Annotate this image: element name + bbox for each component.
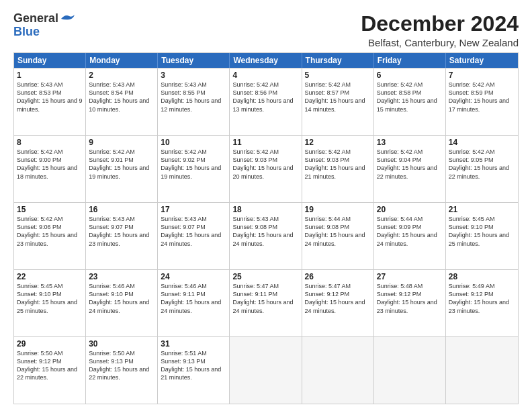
day-29: 29 Sunrise: 5:50 AMSunset: 9:12 PMDaylig… (14, 337, 86, 404)
logo-line2: Blue (13, 26, 75, 39)
day-empty-1 (230, 337, 302, 404)
main-title: December 2024 (361, 12, 519, 36)
title-section: December 2024 Belfast, Canterbury, New Z… (361, 12, 519, 48)
day-17: 17 Sunrise: 5:43 AMSunset: 9:07 PMDaylig… (158, 203, 230, 269)
page: General Blue December 2024 Belfast, Cant… (0, 0, 532, 411)
day-20: 20 Sunrise: 5:44 AMSunset: 9:09 PMDaylig… (374, 203, 446, 269)
day-2: 2 Sunrise: 5:43 AMSunset: 8:54 PMDayligh… (86, 68, 158, 135)
day-27: 27 Sunrise: 5:48 AMSunset: 9:12 PMDaylig… (374, 270, 446, 336)
logo-line1: General (13, 12, 75, 26)
logo-bird-icon (60, 13, 75, 24)
day-empty-3 (374, 337, 446, 404)
day-21: 21 Sunrise: 5:45 AMSunset: 9:10 PMDaylig… (446, 203, 518, 269)
day-23: 23 Sunrise: 5:46 AMSunset: 9:10 PMDaylig… (86, 270, 158, 336)
col-sunday: Sunday (14, 53, 86, 68)
day-26: 26 Sunrise: 5:47 AMSunset: 9:12 PMDaylig… (302, 270, 374, 336)
day-10: 10 Sunrise: 5:42 AMSunset: 9:02 PMDaylig… (158, 136, 230, 202)
week-2: 8 Sunrise: 5:42 AMSunset: 9:00 PMDayligh… (14, 135, 518, 202)
header: General Blue December 2024 Belfast, Cant… (13, 12, 519, 48)
day-6: 6 Sunrise: 5:42 AMSunset: 8:58 PMDayligh… (374, 68, 446, 135)
day-1: 1 Sunrise: 5:43 AMSunset: 8:53 PMDayligh… (14, 68, 86, 135)
week-5: 29 Sunrise: 5:50 AMSunset: 9:12 PMDaylig… (14, 336, 518, 404)
day-empty-2 (302, 337, 374, 404)
day-18: 18 Sunrise: 5:43 AMSunset: 9:08 PMDaylig… (230, 203, 302, 269)
day-14: 14 Sunrise: 5:42 AMSunset: 9:05 PMDaylig… (446, 136, 518, 202)
day-31: 31 Sunrise: 5:51 AMSunset: 9:13 PMDaylig… (158, 337, 230, 404)
col-tuesday: Tuesday (158, 53, 230, 68)
day-empty-4 (446, 337, 518, 404)
day-16: 16 Sunrise: 5:43 AMSunset: 9:07 PMDaylig… (86, 203, 158, 269)
day-8: 8 Sunrise: 5:42 AMSunset: 9:00 PMDayligh… (14, 136, 86, 202)
day-24: 24 Sunrise: 5:46 AMSunset: 9:11 PMDaylig… (158, 270, 230, 336)
day-12: 12 Sunrise: 5:42 AMSunset: 9:03 PMDaylig… (302, 136, 374, 202)
calendar-body: 1 Sunrise: 5:43 AMSunset: 8:53 PMDayligh… (14, 68, 518, 404)
day-13: 13 Sunrise: 5:42 AMSunset: 9:04 PMDaylig… (374, 136, 446, 202)
day-9: 9 Sunrise: 5:42 AMSunset: 9:01 PMDayligh… (86, 136, 158, 202)
day-11: 11 Sunrise: 5:42 AMSunset: 9:03 PMDaylig… (230, 136, 302, 202)
calendar-header: Sunday Monday Tuesday Wednesday Thursday… (14, 53, 518, 68)
col-friday: Friday (374, 53, 446, 68)
day-5: 5 Sunrise: 5:42 AMSunset: 8:57 PMDayligh… (302, 68, 374, 135)
day-4: 4 Sunrise: 5:42 AMSunset: 8:56 PMDayligh… (230, 68, 302, 135)
subtitle: Belfast, Canterbury, New Zealand (361, 37, 519, 48)
col-wednesday: Wednesday (230, 53, 302, 68)
col-thursday: Thursday (302, 53, 374, 68)
day-3: 3 Sunrise: 5:43 AMSunset: 8:55 PMDayligh… (158, 68, 230, 135)
col-monday: Monday (86, 53, 158, 68)
week-4: 22 Sunrise: 5:45 AMSunset: 9:10 PMDaylig… (14, 269, 518, 336)
day-25: 25 Sunrise: 5:47 AMSunset: 9:11 PMDaylig… (230, 270, 302, 336)
day-19: 19 Sunrise: 5:44 AMSunset: 9:08 PMDaylig… (302, 203, 374, 269)
calendar: Sunday Monday Tuesday Wednesday Thursday… (13, 52, 519, 404)
week-3: 15 Sunrise: 5:42 AMSunset: 9:06 PMDaylig… (14, 202, 518, 269)
day-22: 22 Sunrise: 5:45 AMSunset: 9:10 PMDaylig… (14, 270, 86, 336)
day-7: 7 Sunrise: 5:42 AMSunset: 8:59 PMDayligh… (446, 68, 518, 135)
logo: General Blue (13, 12, 75, 39)
col-saturday: Saturday (446, 53, 518, 68)
day-28: 28 Sunrise: 5:49 AMSunset: 9:12 PMDaylig… (446, 270, 518, 336)
week-1: 1 Sunrise: 5:43 AMSunset: 8:53 PMDayligh… (14, 68, 518, 135)
day-15: 15 Sunrise: 5:42 AMSunset: 9:06 PMDaylig… (14, 203, 86, 269)
day-30: 30 Sunrise: 5:50 AMSunset: 9:13 PMDaylig… (86, 337, 158, 404)
